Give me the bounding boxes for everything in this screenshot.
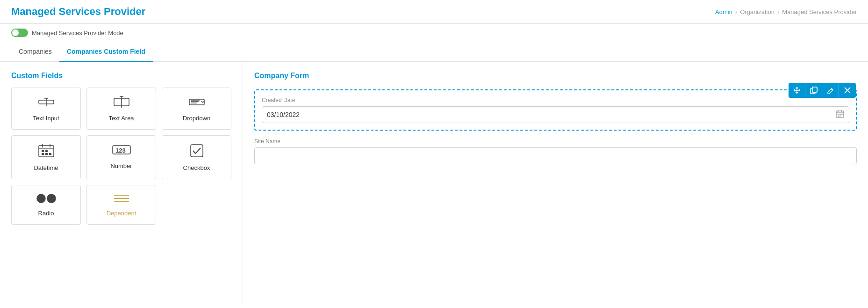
page-title: Managed Services Provider: [11, 6, 145, 18]
svg-rect-18: [49, 153, 51, 155]
field-card-dependent[interactable]: Dependent: [86, 185, 156, 225]
created-date-field: Created Date: [254, 89, 857, 131]
mode-toggle[interactable]: [11, 29, 28, 37]
svg-rect-44: [839, 116, 841, 117]
reorder-button[interactable]: [789, 83, 805, 98]
tabs-bar: Companies Companies Custom Field: [0, 42, 868, 62]
field-card-datetime[interactable]: Datetime: [11, 135, 81, 179]
company-form-title: Company Form: [254, 72, 857, 80]
field-card-radio[interactable]: Radio: [11, 185, 81, 225]
checkbox-label: Checkbox: [183, 164, 210, 171]
checkbox-icon: [189, 143, 204, 161]
breadcrumb-admin[interactable]: Admin: [715, 8, 732, 15]
tab-companies[interactable]: Companies: [11, 42, 59, 62]
breadcrumb-current: Managed Services Provider: [782, 8, 857, 15]
dependent-icon: [113, 193, 130, 206]
svg-rect-14: [42, 150, 44, 152]
site-name-label: Site Name: [254, 138, 857, 145]
created-date-input[interactable]: [267, 111, 832, 118]
svg-rect-15: [45, 150, 48, 152]
text-area-icon: [113, 95, 130, 111]
site-name-input-wrapper: [254, 147, 857, 164]
field-card-text-input[interactable]: Text Input: [11, 88, 81, 130]
breadcrumb: Admin › Organization › Managed Services …: [715, 8, 857, 15]
svg-rect-16: [42, 153, 44, 155]
number-label: Number: [110, 162, 132, 169]
duplicate-button[interactable]: [805, 83, 822, 98]
tab-companies-custom-field[interactable]: Companies Custom Field: [59, 42, 153, 62]
datetime-label: Datetime: [34, 164, 58, 171]
created-date-label: Created Date: [262, 97, 849, 103]
text-input-label: Text Input: [33, 115, 59, 122]
dropdown-icon: [188, 95, 205, 111]
fields-grid: Text Input Text Area: [11, 88, 231, 225]
svg-rect-42: [841, 114, 843, 115]
svg-rect-21: [191, 145, 203, 157]
field-card-dropdown[interactable]: Dropdown: [162, 88, 231, 130]
site-name-input[interactable]: [254, 147, 857, 164]
mode-bar: Managed Services Provider Mode: [0, 24, 868, 42]
custom-fields-title: Custom Fields: [11, 72, 231, 80]
number-icon: 123: [112, 143, 131, 159]
text-input-icon: [38, 95, 55, 111]
breadcrumb-org: Organization: [740, 8, 775, 15]
left-panel: Custom Fields Text Input: [0, 62, 243, 306]
field-card-number[interactable]: 123 Number: [86, 135, 156, 179]
svg-point-23: [47, 194, 56, 203]
dependent-label: Dependent: [107, 210, 136, 217]
svg-rect-40: [838, 114, 839, 115]
main-content: Custom Fields Text Input: [0, 62, 868, 306]
radio-icon: [36, 193, 57, 206]
svg-point-22: [37, 194, 45, 203]
remove-button[interactable]: [839, 83, 856, 98]
site-name-field: Site Name: [254, 138, 857, 164]
right-panel: Company Form: [243, 62, 868, 306]
breadcrumb-sep-2: ›: [777, 8, 779, 15]
mode-label: Managed Services Provider Mode: [32, 29, 123, 37]
svg-text:123: 123: [115, 147, 126, 154]
svg-rect-31: [812, 87, 817, 92]
created-date-input-wrapper[interactable]: [262, 106, 849, 123]
field-card-checkbox[interactable]: Checkbox: [162, 135, 231, 179]
calendar-icon: [836, 110, 844, 120]
svg-rect-43: [838, 116, 839, 117]
header: Managed Services Provider Admin › Organi…: [0, 0, 868, 24]
field-toolbar: [789, 83, 856, 98]
svg-rect-17: [45, 153, 48, 155]
breadcrumb-sep-1: ›: [735, 8, 737, 15]
text-area-label: Text Area: [108, 115, 134, 122]
datetime-icon: [38, 143, 55, 161]
edit-button[interactable]: [822, 83, 839, 98]
svg-rect-41: [839, 114, 841, 115]
radio-label: Radio: [38, 210, 54, 217]
field-card-text-area[interactable]: Text Area: [86, 88, 156, 130]
dropdown-label: Dropdown: [183, 115, 210, 122]
